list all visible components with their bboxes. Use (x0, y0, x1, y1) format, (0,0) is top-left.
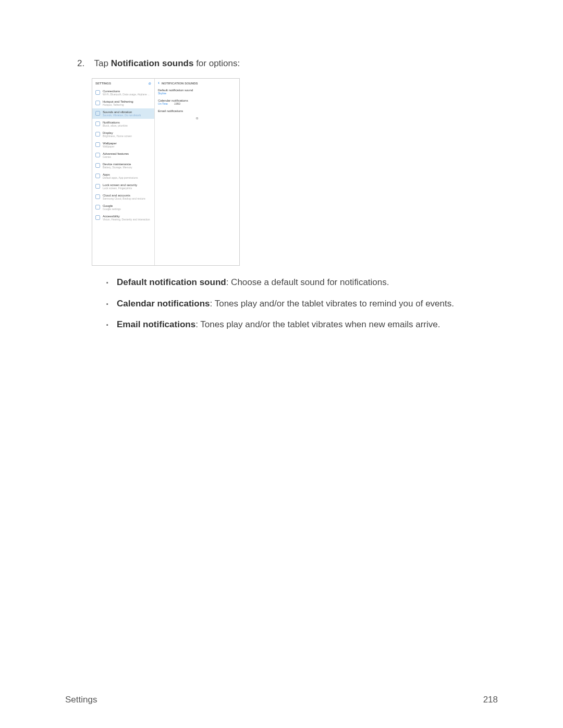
step-2: 2. Tap Notification sounds for options: (77, 58, 498, 69)
option-item: Email notifications: Tones play and/or t… (106, 318, 498, 331)
sidebar-item[interactable]: AppsDefault apps, App permissions (92, 171, 154, 181)
item-subtitle: Hotspot, Tethering (103, 103, 133, 106)
item-icon (95, 205, 100, 209)
item-subtitle: Sounds, Vibration, Do not disturb (103, 114, 141, 117)
item-icon (95, 163, 100, 168)
option-bold: Calendar notifications (117, 299, 210, 309)
item-icon (95, 184, 100, 189)
option-bold: Default notification sound (117, 277, 226, 287)
detail-row[interactable]: Email notifications (158, 109, 236, 113)
sidebar-item[interactable]: NotificationsBlock, allow, prioritize (92, 119, 154, 129)
step-suffix: for options: (193, 58, 240, 68)
sidebar-header: SETTINGS ⌕ (92, 79, 154, 88)
sidebar-item[interactable]: ConnectionsWi-Fi, Bluetooth, Data usage,… (92, 88, 154, 98)
item-icon (95, 101, 100, 105)
option-list: Default notification sound: Choose a def… (106, 276, 498, 331)
sidebar-item[interactable]: Lock screen and securityLock screen, Fin… (92, 181, 154, 192)
sidebar-item[interactable]: DisplayBrightness, Home screen (92, 129, 154, 140)
item-icon (95, 132, 100, 137)
option-item: Calendar notifications: Tones play and/o… (106, 298, 498, 311)
item-subtitle: Vision, Hearing, Dexterity and interacti… (103, 218, 150, 221)
detail-panel: ‹ NOTIFICATION SOUNDS Default notificati… (155, 79, 239, 265)
sidebar-item[interactable]: Sounds and vibrationSounds, Vibration, D… (92, 108, 154, 119)
item-subtitle: Wi-Fi, Bluetooth, Data usage, Airplane m… (103, 93, 152, 96)
footer-section: Settings (65, 695, 97, 705)
step-bold: Notification sounds (111, 58, 194, 68)
item-icon (95, 194, 100, 199)
item-subtitle: Google settings (103, 207, 121, 211)
item-subtitle: Games (103, 155, 129, 158)
row-sub: On Time (158, 102, 168, 105)
item-subtitle: Brightness, Home screen (103, 134, 132, 138)
settings-sidebar: SETTINGS ⌕ ConnectionsWi-Fi, Bluetooth, … (92, 79, 155, 265)
item-icon (95, 111, 100, 116)
item-subtitle: Block, allow, prioritize (103, 124, 128, 127)
search-icon[interactable]: ⌕ (149, 81, 151, 85)
option-item: Default notification sound: Choose a def… (106, 276, 498, 289)
option-text: : Choose a default sound for notificatio… (226, 277, 389, 287)
sidebar-item[interactable]: Hotspot and TetheringHotspot, Tethering (92, 98, 154, 108)
row-note: 19BD (174, 102, 181, 105)
step-prefix: Tap (94, 58, 111, 68)
sidebar-item[interactable]: WallpaperWallpaper (92, 140, 154, 150)
sidebar-item[interactable]: GoogleGoogle settings (92, 202, 154, 213)
sidebar-item[interactable]: Cloud and accountsSamsung Cloud, Backup … (92, 192, 154, 202)
item-icon (95, 174, 100, 178)
item-subtitle: Lock screen, Fingerprints (103, 187, 137, 190)
item-subtitle: Default apps, App permissions (103, 176, 138, 179)
detail-row[interactable]: Default notification soundSkyline (158, 89, 236, 95)
option-text: : Tones play and/or the tablet vibrates … (210, 299, 454, 309)
item-subtitle: Samsung Cloud, Backup and restore (103, 197, 145, 200)
item-subtitle: Battery, Storage, Memory (103, 166, 132, 169)
option-text: : Tones play and/or the tablet vibrates … (195, 319, 440, 329)
detail-title: NOTIFICATION SOUNDS (162, 82, 198, 85)
screenshot-mock: SETTINGS ⌕ ConnectionsWi-Fi, Bluetooth, … (92, 78, 240, 266)
sidebar-item[interactable]: Advanced featuresGames (92, 150, 154, 161)
sidebar-item[interactable]: Device maintenanceBattery, Storage, Memo… (92, 161, 154, 171)
item-icon (95, 90, 100, 95)
item-icon (95, 121, 100, 126)
row-sub: Skyline (158, 92, 166, 95)
item-subtitle: Wallpaper (103, 145, 117, 148)
row-title: Email notifications (158, 109, 236, 113)
detail-row[interactable]: Calendar notificationsOn Time19BD (158, 99, 236, 105)
item-icon (95, 215, 100, 220)
item-icon (95, 153, 100, 157)
option-bold: Email notifications (117, 319, 195, 329)
step-number: 2. (77, 58, 84, 69)
sidebar-title: SETTINGS (95, 82, 111, 85)
item-icon (95, 142, 100, 147)
footer-page-number: 218 (483, 695, 498, 705)
sidebar-item[interactable]: AccessibilityVision, Hearing, Dexterity … (92, 213, 154, 223)
back-icon[interactable]: ‹ (158, 81, 160, 85)
page-footer: Settings 218 (65, 695, 498, 705)
detail-header: ‹ NOTIFICATION SOUNDS (158, 81, 236, 85)
stray-label: G (158, 117, 236, 120)
